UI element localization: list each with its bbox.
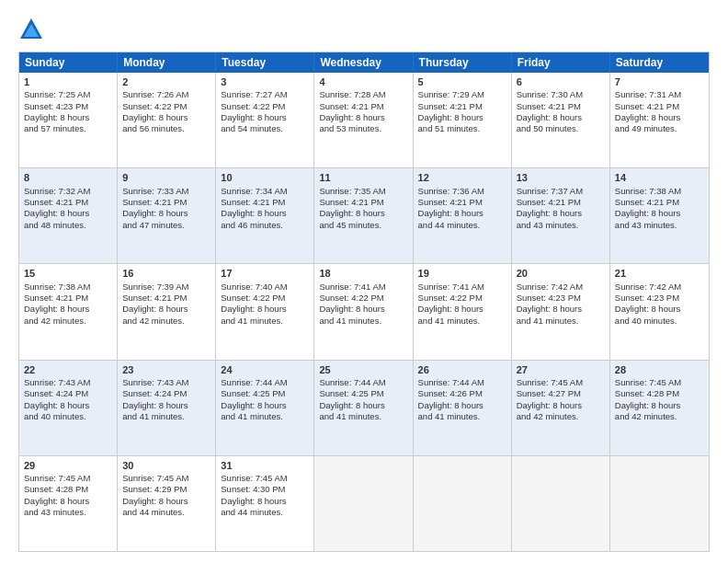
day-info-line: and 54 minutes.: [221, 123, 309, 134]
day-info-line: and 50 minutes.: [517, 123, 605, 134]
day-info-line: and 43 minutes.: [615, 220, 704, 231]
day-info-line: Daylight: 8 hours: [615, 208, 704, 219]
day-cell-7: 7Sunrise: 7:31 AMSunset: 4:21 PMDaylight…: [610, 73, 709, 167]
day-info-line: and 42 minutes.: [24, 316, 112, 327]
day-info-line: Daylight: 8 hours: [319, 400, 407, 411]
day-number: 11: [319, 171, 407, 184]
day-info-line: and 46 minutes.: [221, 220, 309, 231]
day-info-line: Sunset: 4:29 PM: [122, 484, 210, 495]
day-info-line: Sunrise: 7:40 AM: [221, 282, 309, 293]
day-info-line: and 42 minutes.: [517, 411, 605, 422]
day-cell-20: 20Sunrise: 7:42 AMSunset: 4:23 PMDayligh…: [512, 264, 610, 359]
day-info-line: Daylight: 8 hours: [122, 400, 210, 411]
day-info-line: Sunrise: 7:30 AM: [517, 89, 605, 100]
empty-cell: [414, 456, 512, 551]
day-info-line: Sunrise: 7:45 AM: [517, 377, 605, 388]
day-info-line: Sunset: 4:23 PM: [517, 293, 605, 304]
day-cell-22: 22Sunrise: 7:43 AMSunset: 4:24 PMDayligh…: [19, 361, 118, 455]
day-info-line: and 44 minutes.: [122, 507, 210, 518]
day-info-line: Sunrise: 7:37 AM: [517, 186, 605, 197]
empty-cell: [512, 456, 610, 551]
day-info-line: Sunrise: 7:31 AM: [615, 89, 704, 100]
day-info-line: Sunrise: 7:44 AM: [418, 377, 506, 388]
day-info-line: Sunrise: 7:42 AM: [615, 282, 704, 293]
day-info-line: Sunrise: 7:26 AM: [122, 89, 210, 100]
day-info-line: Sunrise: 7:44 AM: [221, 377, 309, 388]
day-number: 22: [24, 363, 112, 376]
day-info-line: Sunset: 4:22 PM: [221, 293, 309, 304]
day-info-line: and 56 minutes.: [122, 123, 210, 134]
page: SundayMondayTuesdayWednesdayThursdayFrid…: [0, 0, 728, 563]
day-cell-16: 16Sunrise: 7:39 AMSunset: 4:21 PMDayligh…: [118, 264, 216, 359]
calendar: SundayMondayTuesdayWednesdayThursdayFrid…: [18, 52, 710, 552]
day-info-line: Sunset: 4:21 PM: [418, 197, 506, 208]
day-info-line: and 40 minutes.: [24, 411, 112, 422]
day-info-line: Daylight: 8 hours: [122, 208, 210, 219]
day-cell-11: 11Sunrise: 7:35 AMSunset: 4:21 PMDayligh…: [314, 168, 413, 263]
day-info-line: Sunset: 4:28 PM: [24, 484, 112, 495]
day-info-line: and 45 minutes.: [319, 220, 407, 231]
day-cell-1: 1Sunrise: 7:25 AMSunset: 4:23 PMDaylight…: [19, 73, 118, 167]
day-info-line: Sunrise: 7:45 AM: [615, 377, 704, 388]
day-info-line: Sunrise: 7:42 AM: [517, 282, 605, 293]
day-info-line: Sunrise: 7:41 AM: [418, 282, 506, 293]
day-number: 14: [615, 171, 704, 184]
calendar-row-1: 1Sunrise: 7:25 AMSunset: 4:23 PMDaylight…: [19, 73, 709, 167]
day-number: 20: [517, 267, 605, 280]
day-info-line: Sunset: 4:22 PM: [319, 293, 407, 304]
day-number: 25: [319, 363, 407, 376]
day-info-line: Daylight: 8 hours: [418, 112, 506, 123]
day-info-line: and 51 minutes.: [418, 123, 506, 134]
day-cell-2: 2Sunrise: 7:26 AMSunset: 4:22 PMDaylight…: [118, 73, 216, 167]
day-number: 21: [615, 267, 704, 280]
day-info-line: Sunset: 4:21 PM: [24, 293, 112, 304]
day-info-line: Sunset: 4:26 PM: [418, 388, 506, 399]
day-info-line: Daylight: 8 hours: [615, 400, 704, 411]
day-cell-24: 24Sunrise: 7:44 AMSunset: 4:25 PMDayligh…: [216, 361, 314, 455]
day-info-line: Sunrise: 7:45 AM: [122, 473, 210, 484]
day-cell-5: 5Sunrise: 7:29 AMSunset: 4:21 PMDaylight…: [414, 73, 512, 167]
day-number: 3: [221, 75, 309, 88]
day-cell-15: 15Sunrise: 7:38 AMSunset: 4:21 PMDayligh…: [19, 264, 118, 359]
day-number: 15: [24, 267, 112, 280]
day-info-line: Sunset: 4:21 PM: [615, 197, 704, 208]
day-info-line: Sunrise: 7:33 AM: [122, 186, 210, 197]
day-cell-10: 10Sunrise: 7:34 AMSunset: 4:21 PMDayligh…: [216, 168, 314, 263]
day-info-line: Sunset: 4:21 PM: [517, 197, 605, 208]
day-info-line: Sunrise: 7:43 AM: [122, 377, 210, 388]
day-number: 31: [221, 459, 309, 472]
calendar-row-4: 22Sunrise: 7:43 AMSunset: 4:24 PMDayligh…: [19, 360, 709, 455]
day-info-line: Daylight: 8 hours: [24, 208, 112, 219]
day-info-line: Sunrise: 7:28 AM: [319, 89, 407, 100]
day-info-line: and 41 minutes.: [517, 316, 605, 327]
day-info-line: Sunset: 4:23 PM: [615, 293, 704, 304]
day-info-line: Daylight: 8 hours: [615, 304, 704, 315]
day-number: 17: [221, 267, 309, 280]
day-info-line: Daylight: 8 hours: [319, 112, 407, 123]
day-cell-6: 6Sunrise: 7:30 AMSunset: 4:21 PMDaylight…: [512, 73, 610, 167]
day-number: 16: [122, 267, 210, 280]
day-info-line: Sunset: 4:21 PM: [418, 101, 506, 112]
day-number: 1: [24, 75, 112, 88]
day-info-line: Sunrise: 7:41 AM: [319, 282, 407, 293]
day-cell-4: 4Sunrise: 7:28 AMSunset: 4:21 PMDaylight…: [314, 73, 413, 167]
day-cell-31: 31Sunrise: 7:45 AMSunset: 4:30 PMDayligh…: [216, 456, 314, 551]
day-info-line: and 40 minutes.: [615, 316, 704, 327]
day-info-line: Daylight: 8 hours: [418, 208, 506, 219]
day-info-line: Sunrise: 7:38 AM: [24, 282, 112, 293]
header: [18, 17, 710, 42]
day-cell-8: 8Sunrise: 7:32 AMSunset: 4:21 PMDaylight…: [19, 168, 118, 263]
day-number: 9: [122, 171, 210, 184]
day-number: 19: [418, 267, 506, 280]
day-number: 6: [517, 75, 605, 88]
day-cell-26: 26Sunrise: 7:44 AMSunset: 4:26 PMDayligh…: [414, 361, 512, 455]
day-cell-19: 19Sunrise: 7:41 AMSunset: 4:22 PMDayligh…: [414, 264, 512, 359]
header-day-sunday: Sunday: [19, 52, 118, 73]
day-info-line: Daylight: 8 hours: [24, 304, 112, 315]
day-info-line: and 44 minutes.: [221, 507, 309, 518]
calendar-row-5: 29Sunrise: 7:45 AMSunset: 4:28 PMDayligh…: [19, 455, 709, 551]
header-day-thursday: Thursday: [414, 52, 512, 73]
day-info-line: Sunrise: 7:43 AM: [24, 377, 112, 388]
day-info-line: Daylight: 8 hours: [517, 304, 605, 315]
day-info-line: Daylight: 8 hours: [418, 304, 506, 315]
